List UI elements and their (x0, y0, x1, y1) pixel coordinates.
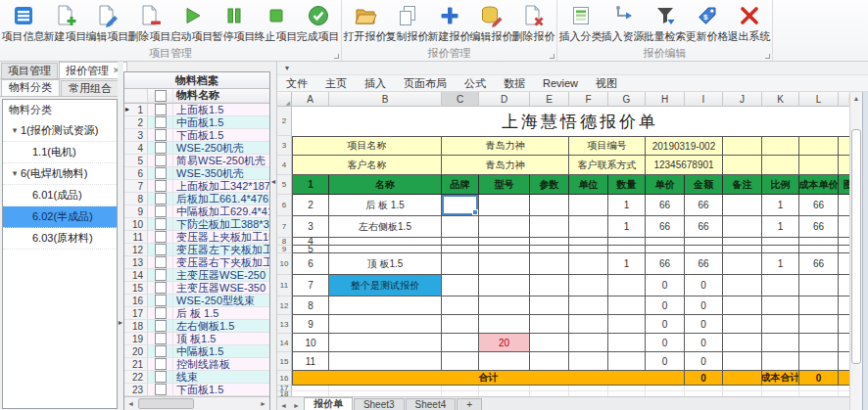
data-cell[interactable] (799, 238, 839, 246)
row-checkbox[interactable] (148, 167, 173, 180)
data-cell[interactable] (839, 296, 849, 315)
data-cell[interactable] (442, 246, 479, 253)
row-checkbox[interactable] (148, 142, 173, 155)
info-cell[interactable]: 项目名称 (292, 136, 442, 156)
ribbon-button[interactable]: 启动项目 (170, 1, 213, 46)
material-row[interactable]: 10下防尘板加工388*364.8 (124, 218, 269, 231)
data-cell[interactable] (723, 275, 762, 296)
material-row[interactable]: 20中隔板1.5 (124, 345, 269, 358)
row-checkbox[interactable] (148, 345, 173, 358)
material-row[interactable]: 19顶 板1.5 (124, 333, 269, 345)
row-header[interactable]: 6 (277, 195, 292, 216)
data-cell[interactable] (839, 352, 849, 371)
material-row[interactable]: 17后 板 1.5 (124, 307, 269, 320)
column-header-M[interactable]: M (839, 92, 849, 107)
column-header-B[interactable]: B (329, 92, 442, 107)
info-cell[interactable]: 12345678901 (646, 156, 723, 175)
column-header-H[interactable]: H (646, 92, 685, 107)
sheet-tab-Sheet3[interactable]: Sheet3 (354, 398, 405, 410)
sheet-tab-报价单[interactable]: 报价单 (304, 397, 353, 410)
data-cell[interactable] (530, 216, 569, 238)
data-cell[interactable] (479, 352, 530, 371)
material-row[interactable]: 12变压器左下夹板加工172 (124, 244, 269, 256)
group-dialog-launcher-icon[interactable] (765, 54, 770, 59)
data-cell[interactable] (442, 275, 479, 296)
column-header-K[interactable]: K (762, 92, 799, 107)
data-cell[interactable] (442, 195, 479, 216)
info-cell[interactable] (839, 156, 849, 175)
row-header[interactable]: 3 (277, 136, 292, 156)
scroll-right-icon[interactable]: ► (257, 400, 269, 407)
data-cell[interactable] (479, 195, 530, 216)
data-cell[interactable] (839, 246, 849, 253)
data-cell[interactable]: 66 (646, 216, 685, 238)
data-cell[interactable]: 0 (646, 334, 685, 352)
data-cell[interactable] (762, 352, 799, 371)
menu-item-数据[interactable]: 数据 (495, 76, 534, 91)
data-cell[interactable]: 5 (292, 246, 329, 253)
data-cell[interactable] (569, 246, 608, 253)
hscroll-thumb[interactable] (138, 398, 194, 409)
data-cell[interactable] (799, 296, 839, 315)
info-cell[interactable]: 青岛力神 (442, 156, 569, 175)
column-header-L[interactable]: L (799, 92, 839, 107)
info-cell[interactable]: 客户联系方式 (569, 156, 646, 175)
data-cell[interactable] (762, 246, 799, 253)
expander-icon[interactable]: ▾ (9, 120, 21, 141)
data-cell[interactable] (569, 315, 608, 334)
data-cell[interactable] (839, 275, 849, 296)
ribbon-button[interactable]: 退出系统 (728, 1, 770, 46)
row-header[interactable]: 13 (277, 315, 292, 334)
row-checkbox[interactable] (148, 282, 173, 295)
data-cell[interactable] (839, 216, 849, 238)
info-cell[interactable]: 20190319-002 (646, 136, 723, 156)
scroll-up-icon[interactable]: ▲ (853, 92, 860, 102)
data-cell[interactable] (479, 246, 530, 253)
data-cell[interactable] (839, 195, 849, 216)
row-header[interactable]: 15 (277, 352, 292, 371)
data-cell[interactable] (608, 275, 646, 296)
data-cell[interactable] (608, 238, 646, 246)
data-cell[interactable] (569, 352, 608, 371)
tree-item[interactable]: 6.03(原材料) (3, 228, 117, 250)
data-cell[interactable] (530, 238, 569, 246)
data-cell[interactable] (608, 334, 646, 352)
info-cell[interactable] (799, 156, 839, 175)
ribbon-button[interactable]: 完成项目 (297, 1, 339, 46)
menu-item-Review[interactable]: Review (534, 77, 587, 89)
info-cell[interactable] (723, 136, 762, 156)
data-cell[interactable] (530, 315, 569, 334)
data-cell[interactable] (569, 195, 608, 216)
tree-item[interactable]: ▾1(报价测试资源) (3, 120, 117, 142)
scroll-left-icon[interactable]: ◄ (124, 400, 137, 407)
row-header[interactable]: 12 (277, 296, 292, 315)
sheet-vscrollbar[interactable]: ▲ (849, 92, 862, 410)
data-cell[interactable] (479, 216, 530, 238)
data-cell[interactable] (762, 275, 799, 296)
data-cell[interactable]: 0 (685, 334, 723, 352)
row-header[interactable]: 11 (277, 275, 292, 296)
select-all-checkbox[interactable] (148, 89, 173, 103)
row-checkbox[interactable] (148, 193, 173, 205)
column-header-C[interactable]: C (442, 92, 479, 107)
menu-item-文件[interactable]: 文件 (277, 76, 316, 91)
data-cell[interactable] (646, 246, 685, 253)
data-cell[interactable] (569, 216, 608, 238)
data-cell[interactable]: 2 (292, 195, 329, 216)
data-cell[interactable]: 66 (685, 195, 723, 216)
tree-item[interactable]: 1.1(电机) (3, 142, 117, 163)
data-cell[interactable] (723, 352, 762, 371)
column-header-E[interactable]: E (530, 92, 569, 107)
material-row[interactable]: 23下面板1.5 (124, 384, 269, 396)
data-cell[interactable] (479, 275, 530, 296)
data-cell[interactable] (799, 275, 839, 296)
material-row[interactable]: 11变压器上夹板加工157*22 (124, 231, 269, 244)
data-cell[interactable] (530, 195, 569, 216)
column-header-I[interactable]: I (685, 92, 723, 107)
row-checkbox[interactable] (148, 307, 173, 320)
ribbon-button[interactable]: 编辑项目 (86, 1, 128, 46)
data-cell[interactable]: 20 (479, 334, 530, 352)
material-row[interactable]: 1▸上面板1.5 (124, 104, 269, 116)
row-header[interactable]: 9 (277, 246, 292, 253)
row-checkbox[interactable] (148, 333, 173, 345)
